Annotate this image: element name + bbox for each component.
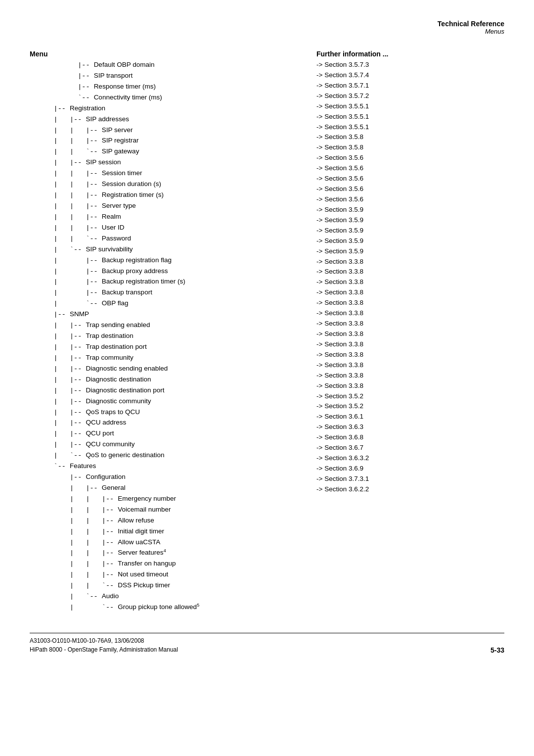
tree-label: User ID bbox=[102, 224, 125, 231]
tree-label: Session duration (s) bbox=[102, 180, 161, 188]
tree-item: | |-- Trap destination port bbox=[30, 342, 307, 353]
tree-indent: `-- bbox=[30, 94, 94, 101]
tree-indent: | | `-- bbox=[30, 582, 118, 589]
tree-label: Audio bbox=[102, 592, 119, 600]
tree-item: | |-- QCU address bbox=[30, 418, 307, 428]
tree-item: | | `-- Password bbox=[30, 234, 307, 244]
tree-item: |-- Registration bbox=[30, 103, 307, 114]
tree-label: Backup registration timer (s) bbox=[102, 278, 185, 285]
info-item: -> Section 3.5.5.1 bbox=[316, 122, 504, 133]
tree-item: | | |-- Not used timeout bbox=[30, 569, 307, 580]
tree-label: SIP registrar bbox=[102, 137, 139, 144]
tree-indent: | |-- bbox=[30, 365, 86, 373]
info-item: -> Section 3.5.2 bbox=[316, 401, 504, 412]
tree-item: | |-- Trap destination bbox=[30, 331, 307, 342]
tree-label: Connectivity timer (ms) bbox=[94, 94, 162, 101]
tree-label: Default OBP domain bbox=[94, 61, 155, 68]
tree-indent: | `-- bbox=[30, 452, 86, 459]
tree-label: Trap community bbox=[86, 354, 133, 361]
tree-label: QCU community bbox=[86, 440, 134, 448]
tree-item: | | |-- Transfer on hangup bbox=[30, 559, 307, 569]
info-item: -> Section 3.5.9 bbox=[316, 205, 504, 215]
tree-item: | | |-- Session timer bbox=[30, 168, 307, 179]
tree-label: QCU address bbox=[86, 419, 126, 426]
tree-indent: `-- bbox=[30, 463, 70, 470]
info-item: -> Section 3.3.8 bbox=[316, 360, 504, 371]
tree-label: SIP survivability bbox=[86, 245, 133, 253]
tree-item: |-- SNMP bbox=[30, 309, 307, 320]
page: Technical Reference Menus Menu |-- Defau… bbox=[0, 0, 534, 756]
tree-indent: | |-- bbox=[30, 376, 86, 383]
tree-indent: | | |-- bbox=[30, 224, 102, 232]
info-item: -> Section 3.5.2 bbox=[316, 391, 504, 402]
menu-tree: |-- Default OBP domain |-- SIP transport… bbox=[30, 60, 307, 613]
tree-indent: | | |-- bbox=[30, 137, 102, 144]
tree-label: Diagnostic destination bbox=[86, 376, 151, 383]
page-header: Technical Reference Menus bbox=[30, 20, 504, 35]
page-footer: A31003-O1010-M100-10-76A9, 13/06/2008 Hi… bbox=[30, 633, 504, 654]
tree-indent: | `-- bbox=[30, 593, 102, 600]
info-item: -> Section 3.7.3.1 bbox=[316, 474, 504, 484]
info-item: -> Section 3.6.1 bbox=[316, 412, 504, 422]
tree-item: | | |-- SIP registrar bbox=[30, 136, 307, 146]
tree-item: | |-- Backup registration flag bbox=[30, 255, 307, 266]
info-item: -> Section 3.3.8 bbox=[316, 267, 504, 277]
tree-label: Diagnostic destination port bbox=[86, 386, 164, 394]
tree-label: Allow uaCSTA bbox=[118, 538, 160, 546]
footer-doc-id: A31003-O1010-M100-10-76A9, 13/06/2008 bbox=[30, 636, 178, 645]
tree-indent: | |-- bbox=[30, 257, 102, 264]
info-item: -> Section 3.6.8 bbox=[316, 432, 504, 443]
tree-indent: | |-- bbox=[30, 354, 86, 362]
tree-indent: | `-- bbox=[30, 300, 102, 307]
info-item: -> Section 3.5.8 bbox=[316, 132, 504, 142]
tree-item: | | |-- Emergency number bbox=[30, 494, 307, 505]
tree-item: | | |-- Server features4 bbox=[30, 548, 307, 559]
tree-label: DSS Pickup timer bbox=[118, 581, 170, 589]
tree-label: QoS to generic destination bbox=[86, 451, 164, 459]
tree-item: | |-- SIP addresses bbox=[30, 114, 307, 125]
tree-label: Response timer (ms) bbox=[94, 83, 156, 90]
tree-item: | `-- OBP flag bbox=[30, 298, 307, 309]
info-item: -> Section 3.3.8 bbox=[316, 319, 504, 329]
tree-label: Backup registration flag bbox=[102, 256, 172, 264]
tree-item: | |-- QoS traps to QCU bbox=[30, 407, 307, 418]
info-item: -> Section 3.6.3.2 bbox=[316, 453, 504, 464]
tree-indent: |-- bbox=[30, 311, 70, 318]
tree-item: | | |-- Registration timer (s) bbox=[30, 190, 307, 201]
info-item: -> Section 3.5.7.4 bbox=[316, 70, 504, 81]
tree-item: | |-- SIP session bbox=[30, 157, 307, 168]
info-item: -> Section 3.5.6 bbox=[316, 153, 504, 163]
info-item: -> Section 3.5.7.3 bbox=[316, 60, 504, 70]
tree-indent: | | |-- bbox=[30, 517, 118, 524]
tree-indent: | |-- bbox=[30, 289, 102, 296]
tree-indent: | | |-- bbox=[30, 181, 102, 188]
tree-label: Backup proxy address bbox=[102, 267, 168, 275]
tree-label: Server type bbox=[102, 202, 136, 209]
tree-label: SIP server bbox=[102, 126, 133, 134]
tree-label: SIP gateway bbox=[102, 147, 139, 155]
tree-item: | | |-- Server type bbox=[30, 201, 307, 212]
info-col-header: Further information ... bbox=[316, 50, 504, 58]
tree-label: OBP flag bbox=[102, 299, 129, 307]
tree-indent: | | |-- bbox=[30, 528, 118, 535]
tree-label: Diagnostic community bbox=[86, 397, 151, 405]
tree-item: |-- Response timer (ms) bbox=[30, 82, 307, 93]
tree-indent: | `-- bbox=[30, 246, 86, 253]
info-item: -> Section 3.3.8 bbox=[316, 371, 504, 381]
tree-indent: | | `-- bbox=[30, 235, 102, 242]
tree-item: |-- SIP transport bbox=[30, 71, 307, 82]
tree-item: | `-- QoS to generic destination bbox=[30, 450, 307, 461]
info-item: -> Section 3.3.8 bbox=[316, 308, 504, 319]
tree-label: Emergency number bbox=[118, 495, 176, 502]
tree-item: `-- Features bbox=[30, 461, 307, 472]
tree-label: Password bbox=[102, 235, 131, 242]
info-item: -> Section 3.5.6 bbox=[316, 184, 504, 194]
tree-indent: | | |-- bbox=[30, 191, 102, 199]
tree-indent: | |-- bbox=[30, 430, 86, 437]
tree-indent: | | |-- bbox=[30, 539, 118, 546]
tree-item: | | `-- SIP gateway bbox=[30, 146, 307, 157]
tree-indent: | |-- bbox=[30, 484, 102, 492]
info-item: -> Section 3.5.5.1 bbox=[316, 112, 504, 122]
info-item: -> Section 3.3.8 bbox=[316, 350, 504, 360]
tree-item: | |-- QCU community bbox=[30, 439, 307, 450]
